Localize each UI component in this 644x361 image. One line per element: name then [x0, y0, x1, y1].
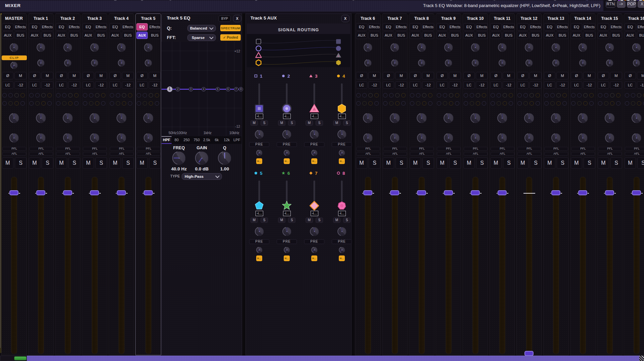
svg-text:7: 7 [315, 171, 318, 176]
svg-text:1: 1 [260, 74, 263, 79]
svg-text:5: 5 [260, 171, 263, 176]
svg-text:2: 2 [287, 74, 290, 79]
svg-text:6: 6 [287, 171, 290, 176]
svg-text:8: 8 [342, 171, 345, 176]
svg-text:3: 3 [315, 74, 318, 79]
svg-text:4: 4 [342, 74, 345, 79]
